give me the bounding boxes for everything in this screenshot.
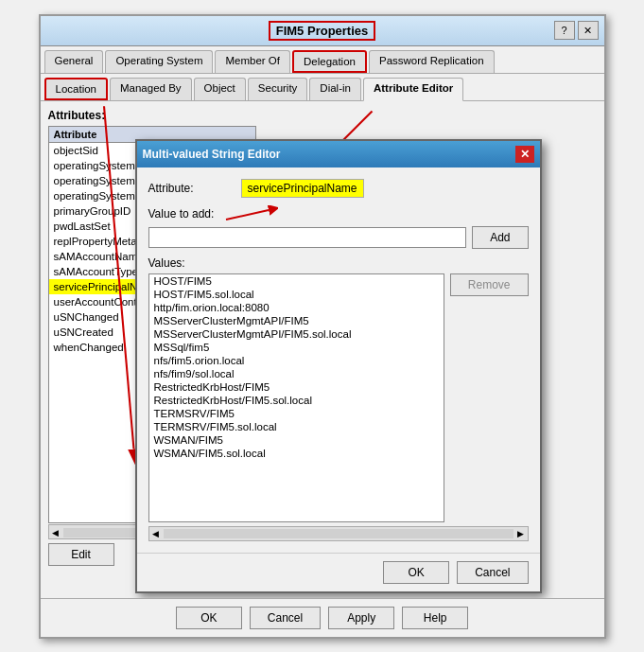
main-apply-button[interactable]: Apply (328, 607, 394, 629)
add-button[interactable]: Add (472, 226, 528, 249)
main-cancel-button[interactable]: Cancel (250, 607, 321, 629)
values-buttons: Remove (450, 273, 529, 522)
dialog-attribute-label: Attribute: (148, 182, 234, 195)
help-button[interactable]: ? (554, 21, 575, 40)
dialog-multivalued-editor: Multi-valued String Editor ✕ Attribute: … (135, 139, 542, 593)
tab-member-of[interactable]: Member Of (215, 50, 290, 73)
attributes-label: Attributes: (48, 109, 597, 122)
value-item[interactable]: HOST/FIM5.sol.local (149, 288, 444, 301)
close-button[interactable]: ✕ (578, 21, 599, 40)
value-item[interactable]: TERMSRV/FIM5 (149, 407, 444, 420)
tab-managed-by[interactable]: Managed By (110, 78, 192, 100)
edit-button[interactable]: Edit (48, 543, 114, 566)
value-item[interactable]: http/fim.orion.local:8080 (149, 301, 444, 314)
values-list[interactable]: HOST/FIM5HOST/FIM5.sol.localhttp/fim.ori… (148, 273, 444, 522)
value-to-add-input[interactable] (148, 227, 467, 248)
value-item[interactable]: HOST/FIM5 (149, 274, 444, 288)
values-list-container: HOST/FIM5HOST/FIM5.sol.localhttp/fim.ori… (148, 273, 529, 522)
tab-delegation[interactable]: Delegation (292, 50, 367, 73)
value-to-add-section: Value to add: Ad (148, 205, 529, 249)
value-arrow (221, 205, 278, 224)
scroll-left-btn[interactable]: ◀ (49, 525, 62, 538)
content-area: Attributes: Attribute objectSidoperating… (41, 101, 604, 598)
value-item[interactable]: RestrictedKrbHost/FIM5 (149, 380, 444, 394)
value-to-add-label: Value to add: (148, 205, 529, 224)
window-title: FIM5 Properties (269, 21, 376, 41)
dialog-close-button[interactable]: ✕ (515, 146, 534, 163)
tab-row-1: General Operating System Member Of Deleg… (41, 46, 604, 74)
values-section: Values: HOST/FIM5HOST/FIM5.sol.localhttp… (148, 256, 529, 541)
values-label: Values: (148, 256, 529, 270)
svg-line-4 (226, 210, 269, 220)
dialog-ok-button[interactable]: OK (383, 561, 449, 584)
tab-dial-in[interactable]: Dial-in (309, 78, 361, 100)
main-window: FIM5 Properties ? ✕ General Operating Sy… (39, 14, 606, 639)
tab-attribute-editor[interactable]: Attribute Editor (363, 78, 463, 101)
tab-password-replication[interactable]: Password Replication (369, 50, 495, 73)
value-item[interactable]: nfs/fim9/sol.local (149, 367, 444, 380)
attr-column-header: Attribute (54, 129, 97, 140)
dialog-title: Multi-valued String Editor (143, 148, 281, 161)
tab-security[interactable]: Security (248, 78, 308, 100)
value-item[interactable]: TERMSRV/FIM5.sol.local (149, 420, 444, 433)
dialog-scrollbar[interactable]: ◀ ▶ (148, 526, 529, 541)
remove-button[interactable]: Remove (450, 273, 529, 296)
value-item[interactable]: RestrictedKrbHost/FIM5.sol.local (149, 394, 444, 407)
tab-row-2: Location Managed By Object Security Dial… (41, 74, 604, 101)
value-item[interactable]: nfs/fim5.orion.local (149, 354, 444, 367)
tab-object[interactable]: Object (194, 78, 246, 100)
value-item[interactable]: MSSql/fim5 (149, 341, 444, 354)
value-input-row: Add (148, 226, 529, 249)
value-item[interactable]: WSMAN/FIM5 (149, 433, 444, 447)
tab-operating-system[interactable]: Operating System (105, 50, 213, 73)
main-ok-button[interactable]: OK (176, 607, 242, 629)
dialog-scroll-right[interactable]: ▶ (514, 526, 528, 541)
dialog-scroll-track (164, 529, 513, 538)
value-item[interactable]: MSServerClusterMgmtAPI/FIM5 (149, 314, 444, 327)
main-bottom-buttons: OK Cancel Apply Help (41, 598, 604, 637)
value-item[interactable]: WSMAN/FIM5.sol.local (149, 447, 444, 460)
dialog-attribute-row: Attribute: servicePrincipalName (148, 179, 529, 198)
dialog-attribute-value: servicePrincipalName (241, 179, 364, 198)
dialog-cancel-button[interactable]: Cancel (457, 561, 528, 584)
dialog-content: Attribute: servicePrincipalName Value to… (137, 167, 540, 553)
dialog-scroll-left[interactable]: ◀ (149, 526, 163, 541)
dialog-title-bar: Multi-valued String Editor ✕ (137, 141, 540, 167)
tab-location[interactable]: Location (44, 78, 108, 100)
dialog-bottom-buttons: OK Cancel (137, 553, 540, 591)
tab-general[interactable]: General (44, 50, 104, 73)
main-help-button[interactable]: Help (402, 607, 468, 629)
title-bar: FIM5 Properties ? ✕ (41, 16, 604, 46)
value-item[interactable]: MSServerClusterMgmtAPI/FIM5.sol.local (149, 327, 444, 341)
